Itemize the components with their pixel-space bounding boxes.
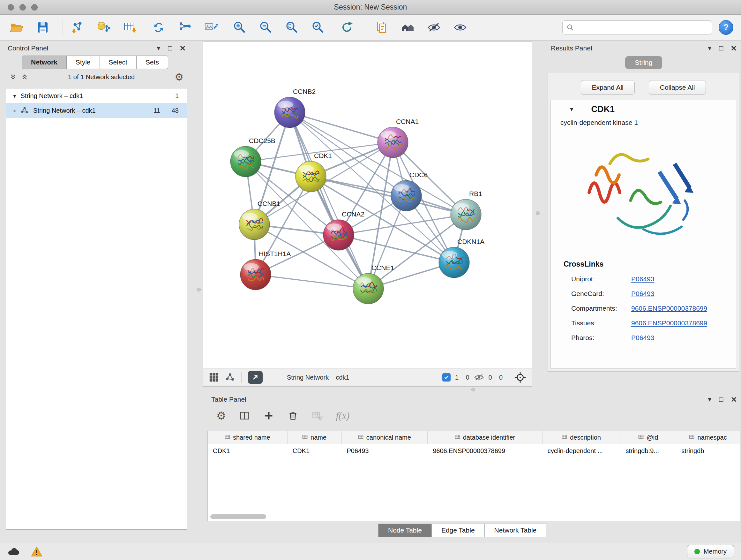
open-report-button[interactable] <box>373 17 391 37</box>
tab-string[interactable]: String <box>625 56 662 69</box>
edge-CCNB2-CCNE1[interactable] <box>290 112 368 289</box>
crosslink-link[interactable]: P06493 <box>631 275 654 283</box>
network-collection-row[interactable]: ▾ String Network – cdk1 1 <box>6 88 187 103</box>
hide-graphics-details-button[interactable] <box>425 17 443 37</box>
import-table-from-file-button[interactable] <box>121 17 139 37</box>
selected-checkbox[interactable] <box>442 373 451 381</box>
delete-column-icon[interactable] <box>287 410 299 422</box>
memory-button[interactable]: Memory <box>687 545 734 558</box>
node-CDC6[interactable]: CDC6 <box>391 171 428 211</box>
node-RB1[interactable]: RB1 <box>451 190 482 230</box>
node-table: shared namenamecanonical namedatabase id… <box>207 431 740 521</box>
crosslink-link[interactable]: P06493 <box>631 334 654 341</box>
node-label: HIST1H1A <box>259 250 291 257</box>
crosslink-link[interactable]: P06493 <box>631 290 654 298</box>
network-options-gear-icon[interactable]: ⚙ <box>175 72 184 82</box>
left-splitter-handle[interactable] <box>197 288 201 292</box>
column-header--id[interactable]: @id <box>620 431 676 444</box>
share-network-icon[interactable] <box>225 373 235 382</box>
collapse-panel-icon[interactable]: ▾ <box>708 396 711 403</box>
close-panel-icon[interactable]: × <box>180 44 185 53</box>
show-columns-icon[interactable] <box>239 410 250 422</box>
grid-view-icon[interactable] <box>209 372 219 382</box>
tree-expander-icon[interactable]: ▾ <box>13 92 16 100</box>
network-canvas[interactable]: CCNB2CCNA1CDC25BCDK1CDC6RB1CCNB1CCNA2CDK… <box>203 42 532 368</box>
save-session-button[interactable] <box>34 17 52 37</box>
column-header-canonical-name[interactable]: canonical name <box>342 431 428 444</box>
close-panel-icon[interactable]: × <box>731 44 737 53</box>
refresh-view-button[interactable] <box>338 17 356 37</box>
column-header-namespac[interactable]: namespac <box>676 431 740 444</box>
tab-network-table[interactable]: Network Table <box>485 523 547 537</box>
network-row[interactable]: ● String Network – cdk1 11 48 <box>6 103 187 118</box>
table-settings-gear-icon[interactable]: ⚙ <box>216 410 226 421</box>
right-splitter-handle[interactable] <box>536 211 540 215</box>
edge-CDK1-RB1[interactable] <box>311 177 466 214</box>
scrollbar-thumb[interactable] <box>210 514 266 519</box>
show-graphics-details-button[interactable] <box>451 17 469 37</box>
tab-sets[interactable]: Sets <box>137 56 168 69</box>
function-builder-button[interactable]: f(x) <box>336 410 349 422</box>
card-expander-icon[interactable]: ▾ <box>570 105 574 113</box>
horizontal-scrollbar[interactable] <box>210 514 738 519</box>
column-header-shared-name[interactable]: shared name <box>208 431 287 444</box>
open-session-button[interactable] <box>8 17 25 37</box>
first-neighbors-button[interactable] <box>150 17 167 37</box>
tab-style[interactable]: Style <box>67 56 100 69</box>
tab-edge-table[interactable]: Edge Table <box>432 523 485 537</box>
import-network-from-file-button[interactable] <box>69 17 86 37</box>
home-button[interactable] <box>399 17 417 37</box>
crosslink-link[interactable]: 9606.ENSP00000378699 <box>631 319 707 327</box>
float-panel-icon[interactable]: □ <box>719 396 723 403</box>
close-panel-icon[interactable]: × <box>731 395 737 404</box>
node-CCNB2[interactable]: CCNB2 <box>274 88 316 128</box>
crosslink-link[interactable]: 9606.ENSP00000378699 <box>631 305 707 312</box>
table-panel-header: Table Panel ▾ □ × <box>207 393 741 406</box>
zoom-selected-button[interactable] <box>309 17 327 37</box>
tab-node-table[interactable]: Node Table <box>378 523 432 537</box>
node-CDKN1A[interactable]: CDKN1A <box>439 238 484 278</box>
table-cell: 9606.ENSP00000378699 <box>428 444 542 457</box>
node-CDC25B[interactable]: CDC25B <box>230 137 275 177</box>
add-column-icon[interactable] <box>263 410 274 422</box>
export-network-button[interactable] <box>176 17 194 37</box>
zoom-window-button[interactable] <box>31 4 38 10</box>
protein-card-header[interactable]: ▾ CDK1 <box>551 100 736 118</box>
expand-all-icon[interactable] <box>21 73 28 80</box>
node-CCNB1[interactable]: CCNB1 <box>239 200 280 240</box>
collapse-panel-icon[interactable]: ▾ <box>708 45 711 52</box>
bottom-splitter-handle[interactable] <box>471 388 475 391</box>
edge-HIST1H1A-CCNE1[interactable] <box>256 274 368 289</box>
tab-select[interactable]: Select <box>100 56 137 69</box>
node-CCNA1[interactable]: CCNA1 <box>378 118 419 158</box>
column-header-database-identifier[interactable]: database identifier <box>428 431 542 444</box>
import-network-from-database-button[interactable] <box>95 17 113 37</box>
collapse-all-button[interactable]: Collapse All <box>649 80 706 95</box>
edge-CCNB2-CCNA1[interactable] <box>290 112 393 142</box>
export-image-button[interactable] <box>202 17 220 37</box>
crosshair-icon[interactable] <box>514 371 526 383</box>
search-input[interactable] <box>577 24 708 31</box>
status-bar: Memory <box>0 543 741 560</box>
zoom-fit-button[interactable] <box>283 17 301 37</box>
minimize-window-button[interactable] <box>19 4 26 10</box>
table-row[interactable]: CDK1CDK1P064939606.ENSP00000378699cyclin… <box>208 444 740 457</box>
tab-network[interactable]: Network <box>22 56 67 69</box>
column-header-description[interactable]: description <box>542 431 621 444</box>
expand-all-button[interactable]: Expand All <box>581 80 635 95</box>
close-window-button[interactable] <box>8 4 14 10</box>
float-panel-icon[interactable]: □ <box>168 45 172 52</box>
detach-view-button[interactable] <box>248 371 263 384</box>
warnings-button[interactable] <box>30 546 43 558</box>
warning-icon <box>30 546 43 558</box>
collapse-all-icon[interactable] <box>10 73 17 80</box>
search-box[interactable] <box>562 20 712 35</box>
zoom-in-button[interactable] <box>231 17 249 37</box>
float-panel-icon[interactable]: □ <box>719 45 723 52</box>
collapse-panel-icon[interactable]: ▾ <box>157 45 160 52</box>
node-HIST1H1A[interactable]: HIST1H1A <box>240 250 291 290</box>
zoom-out-button[interactable] <box>257 17 275 37</box>
cloud-status-button[interactable] <box>7 545 20 558</box>
column-header-name[interactable]: name <box>287 431 342 444</box>
help-button[interactable]: ? <box>719 20 733 35</box>
